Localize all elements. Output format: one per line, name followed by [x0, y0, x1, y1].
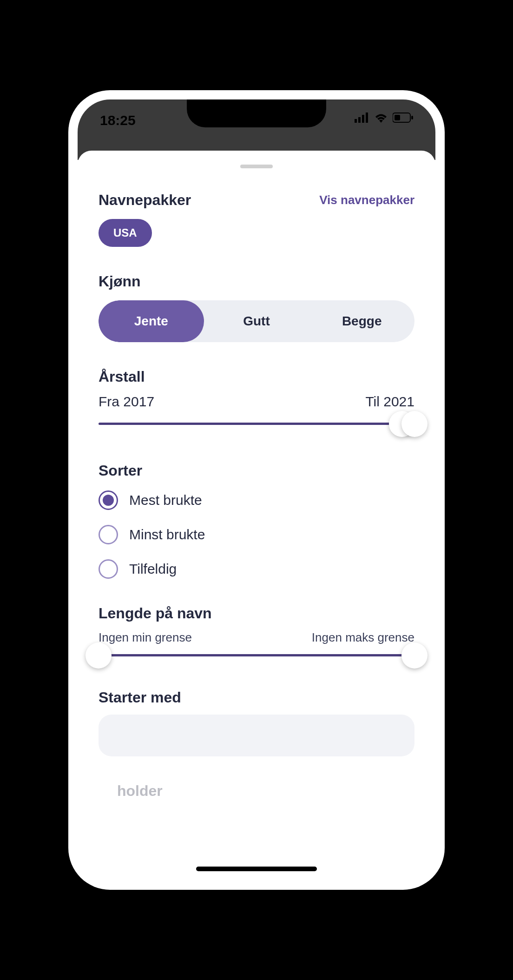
year-slider[interactable]	[99, 423, 414, 425]
gender-segmented: Jente Gutt Begge	[99, 300, 414, 342]
length-slider[interactable]	[99, 654, 414, 656]
length-slider-handle-max[interactable]	[401, 642, 428, 669]
name-packages-section: Navnepakker Vis navnepakker USA	[99, 192, 414, 247]
svg-rect-5	[395, 115, 400, 120]
sort-option-least-used[interactable]: Minst brukte	[99, 525, 414, 544]
signal-icon	[355, 113, 369, 125]
year-from-label: Fra 2017	[99, 394, 154, 410]
starts-with-title: Starter med	[99, 689, 414, 706]
year-title: Årstall	[99, 368, 414, 385]
svg-rect-2	[362, 115, 364, 123]
year-to-label: Til 2021	[365, 394, 414, 410]
radio-icon	[99, 490, 118, 510]
length-slider-handle-min[interactable]	[86, 642, 112, 669]
phone-frame: 18:25 Navnepakker Vis navnepakker	[68, 90, 445, 890]
home-indicator[interactable]	[196, 867, 317, 871]
sort-section: Sorter Mest brukte Minst brukte Tilfeldi…	[99, 462, 414, 579]
partial-section-title: holder	[99, 782, 414, 800]
name-length-title: Lengde på navn	[99, 605, 414, 622]
sort-radio-group: Mest brukte Minst brukte Tilfeldig	[99, 490, 414, 579]
svg-rect-6	[411, 116, 413, 119]
status-time: 18:25	[100, 113, 136, 128]
name-packages-title: Navnepakker	[99, 192, 191, 209]
gender-option-begge[interactable]: Begge	[309, 300, 414, 342]
name-length-section: Lengde på navn Ingen min grense Ingen ma…	[99, 605, 414, 656]
length-min-label: Ingen min grense	[99, 630, 192, 645]
gender-option-jente[interactable]: Jente	[99, 300, 204, 342]
gender-option-gutt[interactable]: Gutt	[204, 300, 309, 342]
battery-icon	[393, 113, 413, 125]
gender-title: Kjønn	[99, 273, 414, 290]
notch	[187, 99, 326, 127]
filter-sheet: Navnepakker Vis navnepakker USA Kjønn Je…	[78, 151, 435, 881]
sort-label-most-used: Mest brukte	[129, 492, 202, 508]
starts-with-input[interactable]	[99, 715, 414, 756]
year-slider-handle-to[interactable]	[401, 411, 428, 437]
starts-with-section: Starter med	[99, 689, 414, 756]
wifi-icon	[374, 113, 388, 125]
sort-label-random: Tilfeldig	[129, 561, 177, 577]
status-icons	[355, 113, 413, 125]
sort-option-random[interactable]: Tilfeldig	[99, 559, 414, 579]
year-section: Årstall Fra 2017 Til 2021	[99, 368, 414, 425]
package-chip-usa[interactable]: USA	[99, 219, 152, 247]
year-range-labels: Fra 2017 Til 2021	[99, 394, 414, 410]
radio-icon	[99, 525, 118, 544]
sheet-grabber[interactable]	[240, 165, 273, 168]
length-range-labels: Ingen min grense Ingen maks grense	[99, 630, 414, 645]
name-packages-header: Navnepakker Vis navnepakker	[99, 192, 414, 209]
phone-screen: 18:25 Navnepakker Vis navnepakker	[78, 99, 435, 881]
sort-label-least-used: Minst brukte	[129, 527, 205, 543]
svg-rect-1	[358, 117, 361, 123]
gender-section: Kjønn Jente Gutt Begge	[99, 273, 414, 342]
show-packages-link[interactable]: Vis navnepakker	[319, 193, 414, 207]
svg-rect-0	[355, 119, 357, 123]
length-max-label: Ingen maks grense	[312, 630, 414, 645]
radio-icon	[99, 559, 118, 579]
sort-option-most-used[interactable]: Mest brukte	[99, 490, 414, 510]
svg-rect-3	[366, 113, 368, 123]
sort-title: Sorter	[99, 462, 414, 479]
